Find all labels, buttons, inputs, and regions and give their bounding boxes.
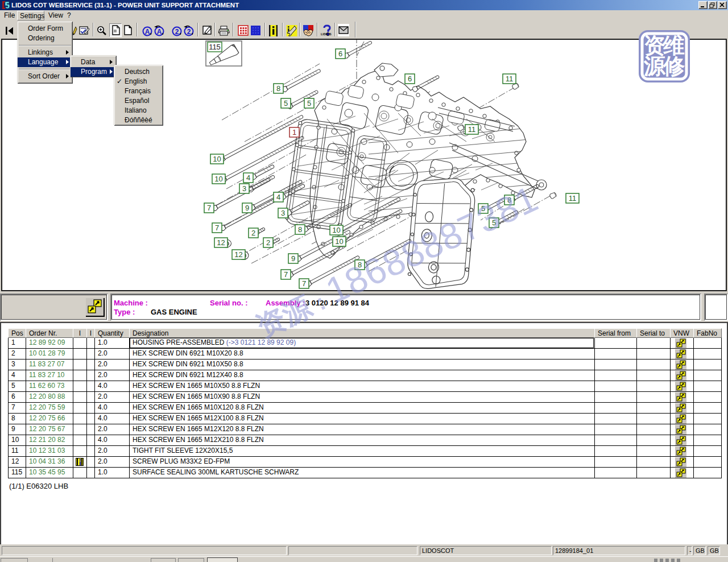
svg-text:5: 5 — [481, 204, 485, 213]
svg-text:9: 9 — [291, 254, 295, 263]
svg-text:5: 5 — [492, 218, 496, 227]
svg-text:2: 2 — [266, 238, 270, 247]
svg-text:8: 8 — [276, 84, 280, 93]
svg-text:10: 10 — [214, 175, 222, 183]
svg-text:10: 10 — [213, 155, 221, 163]
svg-text:8: 8 — [298, 225, 302, 234]
svg-text:10: 10 — [332, 226, 340, 234]
svg-text:S: S — [329, 32, 332, 36]
svg-text:4: 4 — [276, 193, 280, 201]
svg-text:11: 11 — [569, 194, 577, 203]
svg-text:12: 12 — [234, 250, 242, 259]
svg-text:3: 3 — [281, 209, 285, 217]
svg-text:5: 5 — [307, 99, 311, 108]
svg-text:9: 9 — [245, 204, 249, 212]
svg-text:2: 2 — [187, 28, 191, 36]
svg-text:2: 2 — [175, 28, 179, 36]
svg-text:A: A — [157, 28, 162, 36]
svg-text:10: 10 — [335, 237, 343, 246]
svg-text:115: 115 — [209, 43, 221, 51]
svg-text:11: 11 — [468, 125, 476, 134]
svg-text:A: A — [145, 28, 150, 36]
svg-text:源: 源 — [643, 54, 666, 78]
svg-text:7: 7 — [284, 270, 288, 279]
svg-text:3: 3 — [242, 184, 246, 193]
svg-text:5: 5 — [284, 99, 288, 108]
svg-text:7: 7 — [207, 204, 211, 212]
svg-text:12: 12 — [217, 238, 225, 247]
svg-text:6: 6 — [408, 75, 412, 83]
svg-text:7: 7 — [302, 279, 306, 288]
svg-text:1: 1 — [292, 128, 296, 137]
svg-text:7: 7 — [215, 224, 219, 232]
svg-text:修: 修 — [662, 54, 685, 78]
svg-text:8: 8 — [358, 261, 362, 269]
svg-text:4: 4 — [246, 173, 250, 182]
svg-text:LIDO: LIDO — [321, 32, 329, 36]
svg-text:2: 2 — [251, 229, 255, 237]
svg-text:6: 6 — [338, 49, 342, 58]
svg-text:8: 8 — [507, 196, 511, 204]
svg-text:11: 11 — [506, 75, 514, 83]
